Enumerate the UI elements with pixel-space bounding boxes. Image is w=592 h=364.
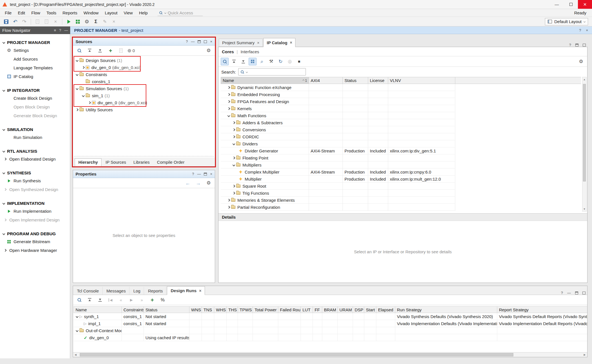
catalog-row[interactable]: Floating Point — [221, 154, 581, 161]
reset-runs-icon[interactable]: ◀ — [107, 296, 114, 304]
expand-all-icon[interactable] — [96, 47, 104, 54]
catalog-row[interactable]: Conversions — [221, 126, 581, 133]
maximize-icon[interactable] — [582, 292, 586, 294]
catalog-row[interactable]: Memories & Storage Elements — [221, 197, 581, 204]
save-icon[interactable] — [2, 18, 10, 25]
minimize-button[interactable]: — — [550, 0, 564, 9]
tab-project-summary[interactable]: Project Summary× — [219, 39, 263, 47]
column-header[interactable]: Name — [74, 306, 122, 313]
column-header-status[interactable]: Status — [343, 77, 368, 84]
refresh-icon[interactable]: ↻ — [277, 58, 284, 65]
menu-help[interactable]: Help — [136, 10, 151, 15]
tree-row-utility-sources[interactable]: Utility Sources — [73, 106, 215, 113]
collapse-all-icon[interactable] — [86, 47, 94, 54]
expander-icon[interactable] — [82, 94, 85, 97]
back-arrow-icon[interactable]: ← — [184, 179, 192, 187]
float-icon[interactable] — [204, 173, 207, 176]
float-icon[interactable] — [198, 40, 201, 43]
column-header[interactable]: FF — [313, 306, 322, 313]
expander-icon[interactable] — [76, 59, 79, 62]
expander-icon[interactable] — [227, 114, 230, 117]
help-icon[interactable]: ? — [59, 28, 61, 32]
paste-icon[interactable] — [43, 18, 50, 25]
close-icon[interactable]: × — [210, 40, 212, 43]
expander-icon[interactable] — [82, 66, 85, 69]
sidebar-item-run-simulation[interactable]: Run Simulation — [0, 133, 70, 142]
catalog-row[interactable]: Math Functions — [221, 112, 581, 119]
menu-reports[interactable]: Reports — [59, 10, 81, 15]
horizontal-scrollbar[interactable]: ◀ ▶ — [73, 352, 587, 357]
help-icon[interactable]: ? — [561, 291, 563, 295]
sidebar-item-open-block-design[interactable]: Open Block Design — [0, 103, 70, 111]
program-device-icon[interactable] — [74, 18, 82, 25]
quick-access-input[interactable]: Quick Access — [158, 10, 203, 16]
tab-log[interactable]: Log — [130, 287, 144, 295]
expander-icon[interactable] — [233, 156, 235, 159]
section-implementation[interactable]: IMPLEMENTATION — [0, 199, 70, 207]
tab-tcl-console[interactable]: Tcl Console — [74, 287, 103, 295]
flow-navigator-header[interactable]: Flow Navigator ≡ ? — — [0, 26, 70, 34]
column-header[interactable]: Status — [144, 306, 189, 313]
layout-selector[interactable]: Default Layout — [545, 18, 588, 25]
scroll-right-icon[interactable]: ▶ — [582, 352, 587, 357]
expander-icon[interactable] — [76, 87, 79, 90]
catalog-row[interactable]: Multipliers — [221, 161, 581, 168]
tree-row-constraints[interactable]: Constraints — [73, 71, 215, 78]
expander-icon[interactable] — [227, 93, 230, 96]
scroll-thumb[interactable] — [583, 84, 586, 181]
expander-icon[interactable] — [233, 185, 235, 187]
settings-gear-icon[interactable]: ⚙ — [205, 179, 213, 187]
help-icon[interactable]: ? — [579, 28, 581, 32]
redo-icon[interactable]: ↷ — [20, 18, 28, 25]
filter-badge[interactable]: 0 — [127, 47, 135, 54]
minimize-icon[interactable]: — — [197, 172, 201, 176]
float-icon[interactable] — [575, 292, 578, 294]
step-back-icon[interactable]: « — [117, 296, 125, 304]
column-header[interactable]: Constraints — [122, 306, 144, 313]
sources-panel-header[interactable]: Sources ? — × — [73, 38, 215, 46]
column-header[interactable]: BRAM — [322, 306, 338, 313]
column-header[interactable]: Total Power — [253, 306, 278, 313]
sidebar-item-open-elaborated-design[interactable]: Open Elaborated Design — [0, 155, 70, 163]
expander-icon[interactable] — [76, 108, 79, 111]
settings-gear-icon[interactable]: ⚙ — [83, 18, 91, 25]
open-file-icon[interactable] — [117, 47, 125, 54]
tree-row-sim-div-gen-0[interactable]: div_gen_0(div_gen_0.xci) — [73, 99, 215, 106]
flow-settings-icon[interactable]: ≡ — [54, 28, 56, 32]
close-icon[interactable]: × — [199, 289, 201, 293]
catalog-row-divider-generator[interactable]: Divider GeneratorAXI4-StreamProductionIn… — [221, 147, 581, 154]
settings-gear-icon[interactable]: ⚙ — [205, 47, 213, 54]
column-header[interactable]: TNS — [202, 306, 214, 313]
menu-window[interactable]: Window — [80, 10, 101, 15]
vertical-scrollbar[interactable]: ▲ ▼ — [582, 77, 587, 212]
sidebar-item-generate-bitstream[interactable]: Generate Bitstream — [0, 237, 70, 246]
forward-arrow-icon[interactable]: → — [194, 179, 202, 187]
menu-file[interactable]: File — [2, 10, 15, 15]
undo-icon[interactable]: ↶ — [11, 18, 19, 25]
tab-reports[interactable]: Reports — [145, 287, 167, 295]
catalog-row-complex-multiplier[interactable]: Complex MultiplierAXI4-StreamProductionI… — [221, 168, 581, 176]
tree-row-div-gen-0[interactable]: div_gen_0(div_gen_0.xci) — [73, 64, 215, 71]
report-sigma-icon[interactable]: Σ — [92, 18, 100, 25]
help-icon[interactable]: ? — [192, 172, 194, 176]
search-icon[interactable] — [75, 296, 83, 304]
column-header-axi4[interactable]: AXI4 — [309, 77, 343, 84]
float-icon[interactable] — [575, 44, 578, 46]
help-icon[interactable]: ? — [186, 40, 188, 43]
edit-pencil-icon[interactable]: ✎ — [101, 18, 109, 25]
search-icon[interactable] — [221, 58, 229, 65]
column-header-vlnv[interactable]: VLNV — [388, 77, 455, 84]
tree-row-sim-1[interactable]: sim_1(1) — [73, 92, 215, 99]
run-row-div-gen-0[interactable]: ✓div_gen_0 Using cached IP results — [74, 334, 587, 341]
expander-icon[interactable] — [233, 192, 235, 194]
expand-all-icon[interactable] — [96, 296, 104, 304]
sidebar-item-add-sources[interactable]: Add Sources — [0, 55, 70, 63]
run-row-impl-1[interactable]: ▷impl_1 constrs_1 Not started Vivado Imp… — [74, 320, 587, 327]
target-icon[interactable]: ◎ — [286, 58, 294, 65]
launch-runs-icon[interactable]: ▶ — [127, 296, 135, 304]
add-sources-icon[interactable]: + — [107, 47, 114, 54]
close-icon[interactable]: × — [257, 41, 259, 45]
expander-icon[interactable] — [88, 101, 91, 104]
menu-flow[interactable]: Flow — [28, 10, 43, 15]
help-icon[interactable]: ? — [569, 43, 571, 47]
